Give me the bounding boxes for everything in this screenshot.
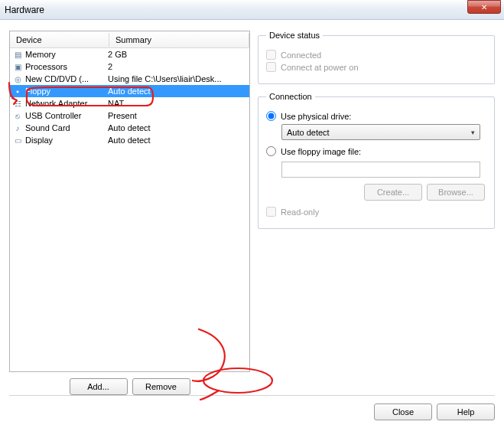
device-name: Processors bbox=[25, 62, 108, 71]
device-row-processors[interactable]: ▣Processors2 bbox=[10, 60, 249, 73]
device-summary: 2 bbox=[108, 62, 248, 71]
device-name: New CD/DVD (... bbox=[25, 74, 108, 83]
device-row-memory[interactable]: ▤Memory2 GB bbox=[10, 48, 249, 60]
device-status-legend: Device status bbox=[266, 31, 323, 40]
sound-icon: ♪ bbox=[11, 123, 24, 133]
device-row-usb-controller[interactable]: ⎋USB ControllerPresent bbox=[10, 109, 249, 122]
title-bar: Hardware ✕ bbox=[0, 0, 504, 20]
device-summary: Auto detect bbox=[108, 87, 248, 96]
device-name: Floppy bbox=[25, 87, 108, 96]
close-button[interactable]: Close bbox=[374, 403, 432, 420]
use-image-label: Use floppy image file: bbox=[281, 147, 361, 156]
memory-icon: ▤ bbox=[11, 49, 24, 60]
readonly-label: Read-only bbox=[281, 207, 319, 217]
remove-button[interactable]: Remove bbox=[132, 378, 190, 395]
device-row-new-cd-dvd-[interactable]: ◎New CD/DVD (...Using file C:\Users\liai… bbox=[10, 73, 249, 85]
device-row-display[interactable]: ▭DisplayAuto detect bbox=[10, 134, 249, 146]
connect-poweron-label: Connect at power on bbox=[281, 63, 359, 72]
device-name: USB Controller bbox=[25, 111, 108, 120]
floppy-icon: ▪ bbox=[11, 86, 24, 96]
network-icon: ☷ bbox=[11, 98, 24, 109]
device-summary: Using file C:\Users\liair\Desk... bbox=[108, 74, 248, 83]
device-row-floppy[interactable]: ▪FloppyAuto detect bbox=[10, 85, 249, 97]
window-title: Hardware bbox=[5, 5, 499, 15]
display-icon: ▭ bbox=[11, 135, 24, 145]
connect-poweron-checkbox bbox=[266, 62, 276, 72]
device-summary: NAT bbox=[108, 99, 248, 108]
device-summary: Auto detect bbox=[108, 136, 248, 145]
connected-checkbox bbox=[266, 50, 276, 60]
device-summary: Present bbox=[108, 111, 248, 120]
connected-label: Connected bbox=[281, 51, 321, 60]
usb-icon: ⎋ bbox=[11, 110, 24, 121]
use-physical-radio[interactable] bbox=[266, 111, 276, 121]
create-button: Create... bbox=[364, 184, 422, 201]
header-device[interactable]: Device bbox=[10, 33, 109, 47]
device-row-sound-card[interactable]: ♪Sound CardAuto detect bbox=[10, 122, 249, 134]
device-name: Display bbox=[25, 136, 108, 145]
image-path-input bbox=[281, 162, 480, 178]
cpu-icon: ▣ bbox=[11, 61, 24, 72]
device-name: Network Adapter bbox=[25, 99, 108, 108]
device-name: Memory bbox=[25, 50, 108, 59]
readonly-checkbox bbox=[266, 207, 276, 217]
help-button[interactable]: Help bbox=[437, 403, 495, 420]
device-summary: Auto detect bbox=[108, 123, 248, 132]
device-list-header: Device Summary bbox=[10, 31, 249, 48]
device-name: Sound Card bbox=[25, 123, 108, 132]
browse-button: Browse... bbox=[427, 184, 485, 201]
disc-icon: ◎ bbox=[11, 74, 24, 84]
device-row-network-adapter[interactable]: ☷Network AdapterNAT bbox=[10, 97, 249, 109]
use-image-radio[interactable] bbox=[266, 146, 276, 156]
physical-drive-combo[interactable]: Auto detect bbox=[281, 124, 480, 140]
connection-legend: Connection bbox=[266, 92, 315, 101]
use-physical-label: Use physical drive: bbox=[281, 112, 351, 121]
device-list[interactable]: Device Summary ▤Memory2 GB▣Processors2◎N… bbox=[9, 31, 250, 372]
window-close-button[interactable]: ✕ bbox=[467, 0, 501, 14]
header-summary[interactable]: Summary bbox=[109, 33, 249, 47]
add-button[interactable]: Add... bbox=[70, 378, 128, 395]
device-status-group: Device status Connected Connect at power… bbox=[258, 31, 495, 84]
connection-group: Connection Use physical drive: Auto dete… bbox=[258, 92, 495, 229]
physical-drive-value: Auto detect bbox=[287, 128, 330, 137]
device-summary: 2 GB bbox=[108, 50, 248, 59]
close-icon: ✕ bbox=[481, 3, 487, 11]
